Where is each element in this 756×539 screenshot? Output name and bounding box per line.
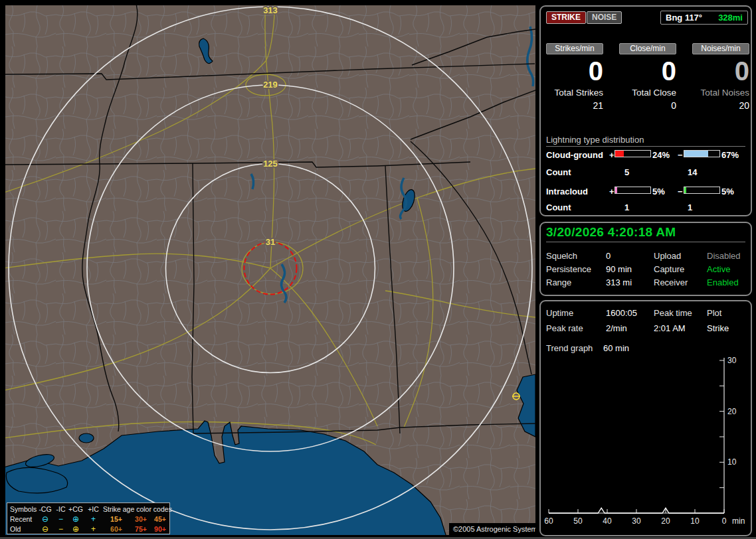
svg-text:40: 40 — [603, 516, 612, 526]
legend-col-neg-ic: -IC — [54, 505, 68, 513]
neg-cg-recent-icon: ⊖ — [37, 515, 54, 523]
peak-rate-label: Peak rate — [546, 323, 583, 333]
total-strikes-value: 21 — [546, 100, 603, 111]
peak-rate-value: 2/min — [606, 323, 627, 333]
uptime-value: 1600:05 — [606, 308, 637, 318]
legend-col-pos-cg: +CG — [68, 505, 84, 513]
intracloud-row: Intracloud + 5% − 5% — [546, 187, 747, 197]
neg-ic-old-icon: − — [54, 525, 68, 533]
pos-cg-count: 5 — [624, 167, 629, 177]
total-close-value: 0 — [619, 100, 676, 111]
pos-cg-percent: 24% — [652, 150, 670, 160]
bearing-range: 328mi — [718, 13, 743, 23]
pos-cg-old-icon: ⊕ — [68, 525, 84, 533]
pos-ic-count: 1 — [624, 202, 629, 212]
cloud-ground-row: Cloud-ground + 24% − 67% — [546, 150, 747, 161]
plot-value: Strike — [707, 323, 729, 333]
age-30: 30+ — [130, 515, 152, 523]
svg-text:60: 60 — [544, 516, 553, 526]
neg-cg-bar — [684, 150, 720, 157]
noise-button[interactable]: NOISE — [587, 11, 622, 24]
receiver-status: Enabled — [707, 277, 739, 287]
age-15: 15+ — [103, 515, 130, 523]
plus-sign: + — [609, 187, 614, 196]
map-copyright: ©2005 Astrogenic Systems — [449, 523, 535, 535]
cloud-ground-label: Cloud-ground — [546, 150, 603, 160]
stats-row: Peak rate 2/min 2:01 AM Strike — [541, 323, 751, 333]
ring-label-219: 219 — [263, 80, 278, 90]
legend-symbols-title: Symbols — [10, 505, 37, 513]
distribution-divider — [546, 146, 745, 147]
neg-ic-percent: 5% — [721, 187, 734, 196]
noises-per-min-button[interactable]: Noises/min — [692, 43, 749, 54]
strikes-counter-column: Strikes/min 0 Total Strikes 21 — [546, 43, 603, 111]
ring-label-31: 31 — [266, 237, 275, 247]
total-close-label: Total Close — [619, 88, 676, 98]
map-canvas[interactable]: 313 219 125 31 ©2005 Astrogenic Systems — [5, 5, 535, 535]
pos-ic-percent: 5% — [652, 187, 665, 196]
legend-row-recent-label: Recent — [10, 515, 37, 523]
age-60: 60+ — [103, 525, 130, 533]
neg-cg-count: 14 — [688, 167, 697, 177]
pos-ic-bar — [614, 187, 651, 194]
window-bottom-border — [0, 538, 756, 538]
close-per-min-button[interactable]: Close/min — [619, 43, 676, 54]
datetime-display: 3/20/2026 4:20:18 AM — [546, 225, 676, 240]
persistence-label: Persistence — [546, 264, 591, 274]
datetime-divider — [546, 242, 745, 242]
squelch-label: Squelch — [546, 251, 577, 261]
minus-sign: − — [678, 187, 683, 196]
trend-row: Trend graph 60 min — [541, 343, 751, 353]
age-45: 45+ — [152, 515, 168, 523]
count-label: Count — [546, 202, 571, 212]
upload-status: Disabled — [707, 251, 741, 261]
svg-text:50: 50 — [573, 516, 583, 526]
squelch-value: 0 — [606, 251, 611, 261]
pos-ic-old-icon: + — [84, 525, 103, 533]
noises-counter-column: Noises/min 0 Total Noises 20 — [692, 43, 749, 111]
minus-sign: − — [678, 150, 683, 160]
legend-col-pos-ic: +IC — [84, 505, 103, 513]
app-window: 313 219 125 31 ©2005 Astrogenic Systems … — [0, 0, 756, 539]
stats-panel: Uptime 1600:05 Peak time Plot Peak rate … — [539, 300, 752, 536]
total-noises-value: 20 — [692, 100, 749, 111]
strikes-per-min-value: 0 — [546, 56, 603, 86]
plot-label: Plot — [707, 308, 721, 318]
legend-col-neg-cg: -CG — [37, 505, 54, 513]
neg-cg-percent: 67% — [721, 150, 739, 160]
strikes-per-min-button[interactable]: Strikes/min — [546, 43, 603, 54]
status-row: Persistence 90 min Capture Active — [541, 264, 751, 274]
neg-ic-recent-icon: − — [54, 515, 68, 523]
persistence-value: 90 min — [606, 264, 632, 274]
close-counter-column: Close/min 0 Total Close 0 — [619, 43, 676, 111]
status-row: Range 313 mi Receiver Enabled — [541, 277, 751, 287]
intracloud-label: Intracloud — [546, 187, 588, 196]
pos-ic-recent-icon: + — [84, 515, 103, 523]
svg-text:30: 30 — [632, 516, 641, 526]
receiver-label: Receiver — [654, 277, 688, 287]
strike-button[interactable]: STRIKE — [546, 11, 586, 24]
count-label: Count — [546, 167, 571, 177]
stats-row: Uptime 1600:05 Peak time Plot — [541, 308, 751, 318]
bearing-label: Bng 117° — [666, 13, 702, 23]
age-75: 75+ — [130, 525, 152, 533]
range-label: Range — [546, 277, 571, 287]
svg-text:10: 10 — [727, 457, 737, 467]
neg-ic-bar — [684, 187, 720, 194]
neg-ic-bar-fill — [684, 187, 686, 193]
map-legend: Symbols -CG -IC +CG +IC Strike age color… — [7, 502, 170, 534]
upload-label: Upload — [654, 251, 681, 261]
bearing-display: Bng 117° 328mi — [660, 11, 748, 25]
svg-text:©2005 Astrogenic Systems: ©2005 Astrogenic Systems — [453, 525, 535, 533]
pos-cg-bar — [614, 150, 651, 157]
counters-panel: STRIKE NOISE Bng 117° 328mi Strikes/min … — [539, 5, 752, 216]
distribution-heading: Lightning type distribution — [546, 135, 644, 145]
svg-text:20: 20 — [727, 407, 737, 416]
range-value: 313 mi — [606, 277, 632, 287]
svg-text:20: 20 — [661, 516, 670, 526]
ring-label-125: 125 — [263, 159, 278, 169]
svg-text:30: 30 — [727, 356, 737, 365]
uptime-label: Uptime — [546, 308, 573, 318]
ring-label-313: 313 — [263, 5, 278, 15]
trend-graph-window: 60 min — [603, 343, 629, 353]
